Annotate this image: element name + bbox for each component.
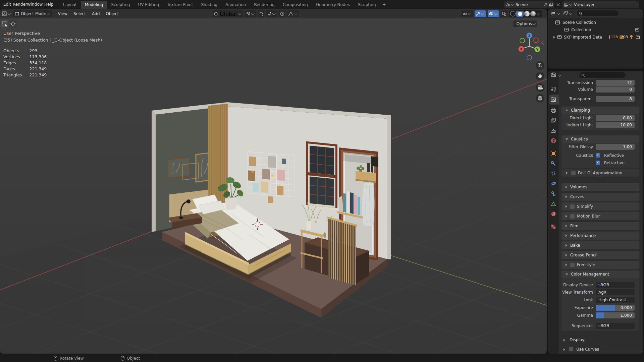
volume-input[interactable]: 0 xyxy=(596,86,635,93)
material-preview-button[interactable] xyxy=(524,11,530,16)
refractive-checkbox[interactable] xyxy=(596,161,600,165)
transparent-input[interactable]: 8 xyxy=(596,96,635,102)
panel-grease-pencil[interactable]: Grease Pencil xyxy=(561,251,639,259)
panel-motion-blur[interactable]: Motion Blur xyxy=(561,212,639,220)
panel-use-curves[interactable]: Use Curves xyxy=(559,346,643,353)
tool-select-box-button[interactable] xyxy=(1,20,8,27)
room-model[interactable] xyxy=(152,102,391,318)
panel-fast-gi-header[interactable]: Fast GI Approximation xyxy=(561,169,639,177)
indirect-light-input[interactable]: 10.00 xyxy=(596,122,635,128)
outliner-search-input[interactable] xyxy=(577,10,619,17)
panel-caustics-header[interactable]: Caustics xyxy=(561,135,639,143)
panel-bake[interactable]: Bake xyxy=(561,241,639,249)
tab-object-data-icon[interactable] xyxy=(550,201,556,207)
menu-window[interactable]: Window xyxy=(25,0,44,9)
tab-modeling[interactable]: Modeling xyxy=(81,1,107,9)
menu-edit[interactable]: Edit xyxy=(2,0,12,9)
panel-volumes[interactable]: Volumes xyxy=(561,183,639,191)
show-gizmo-toggle[interactable] xyxy=(475,10,486,17)
panel-performance[interactable]: Performance xyxy=(561,232,639,240)
axis-neg-z-handle[interactable] xyxy=(527,55,532,60)
snap-toggle[interactable] xyxy=(258,10,264,17)
tool-cursor-button[interactable] xyxy=(9,20,17,27)
wireframe-shading-button[interactable] xyxy=(510,11,516,16)
tab-modifiers-icon[interactable] xyxy=(550,161,556,167)
direct-light-input[interactable]: 0.00 xyxy=(596,115,635,121)
display-device-dropdown[interactable]: sRGB xyxy=(596,282,635,288)
fast-gi-checkbox[interactable] xyxy=(571,171,576,175)
properties-editor-icon[interactable] xyxy=(551,72,557,77)
tab-shading[interactable]: Shading xyxy=(197,1,221,9)
tab-texture-icon[interactable] xyxy=(550,224,556,230)
use-curves-checkbox[interactable] xyxy=(569,347,573,351)
sequencer-dropdown[interactable]: sRGB xyxy=(596,323,635,329)
navigation-gizmo[interactable]: Z X Y xyxy=(517,32,543,63)
outliner-row-scene-collection[interactable]: Scene Collection xyxy=(548,19,643,26)
outliner-filter-icon[interactable] xyxy=(563,11,569,16)
panel-simplify[interactable]: Simplify xyxy=(561,202,639,210)
visibility-dropdown[interactable] xyxy=(461,10,473,17)
simplify-checkbox[interactable] xyxy=(570,204,575,209)
tab-compositing[interactable]: Compositing xyxy=(279,1,312,9)
axis-neg-y-handle[interactable] xyxy=(520,38,525,43)
tab-world-icon[interactable] xyxy=(550,138,556,144)
panel-clamping-header[interactable]: Clamping xyxy=(561,107,639,114)
tab-view-layer-icon[interactable] xyxy=(550,117,556,123)
tab-uv-editing[interactable]: UV Editing xyxy=(134,1,163,9)
freestyle-checkbox[interactable] xyxy=(570,263,575,267)
outliner-row-skp-imported-data[interactable]: SKP Imported Data 128 293 xyxy=(548,34,643,41)
view-transform-dropdown[interactable]: AgX xyxy=(596,289,635,295)
scene-selector[interactable]: Scene xyxy=(504,1,555,8)
transmission-input[interactable]: 12 xyxy=(596,80,635,86)
tab-rendering[interactable]: Rendering xyxy=(250,1,278,9)
tab-constraints-icon[interactable] xyxy=(550,191,556,197)
orientation-dropdown[interactable]: Global xyxy=(213,10,243,17)
viewport-3d[interactable]: Object Mode View Select Add Object Globa… xyxy=(0,9,547,354)
exposure-slider[interactable]: 0.000 xyxy=(596,305,635,311)
filter-glossy-input[interactable]: 1.00 xyxy=(596,144,635,150)
menu-help[interactable]: Help xyxy=(43,0,55,9)
solid-shading-button[interactable] xyxy=(516,11,524,17)
tab-geometry-nodes[interactable]: Geometry Nodes xyxy=(312,1,354,9)
show-overlays-toggle[interactable] xyxy=(488,10,499,17)
menu-view[interactable]: View xyxy=(55,11,70,16)
panel-display[interactable]: Display xyxy=(559,337,643,343)
tab-layout[interactable]: Layout xyxy=(59,1,81,9)
menu-object[interactable]: Object xyxy=(103,11,122,16)
options-dropdown[interactable]: Options xyxy=(513,20,537,27)
tab-scripting[interactable]: Scripting xyxy=(354,1,380,9)
falloff-dropdown[interactable] xyxy=(287,10,299,17)
xray-toggle[interactable] xyxy=(501,10,507,17)
panel-freestyle[interactable]: Freestyle xyxy=(561,261,639,269)
view-layer-selector[interactable]: ViewLayer xyxy=(562,1,639,8)
snap-target-dropdown[interactable] xyxy=(266,10,277,17)
rendered-shading-button[interactable] xyxy=(530,11,536,16)
menu-select[interactable]: Select xyxy=(70,11,89,16)
unlink-scene-icon[interactable] xyxy=(556,3,560,7)
tab-sculpting[interactable]: Sculpting xyxy=(107,1,134,9)
axis-neg-x-handle[interactable] xyxy=(534,38,538,43)
new-scene-icon[interactable] xyxy=(549,3,553,7)
gamma-slider[interactable]: 1.000 xyxy=(596,312,635,318)
pan-button[interactable] xyxy=(536,72,544,80)
tab-tool-icon[interactable] xyxy=(550,86,556,92)
panel-color-management-header[interactable]: Color Management xyxy=(561,270,639,278)
pin-icon[interactable] xyxy=(543,3,547,7)
tab-render-icon[interactable] xyxy=(550,97,556,103)
menu-add[interactable]: Add xyxy=(89,11,103,16)
mode-dropdown[interactable]: Object Mode xyxy=(13,10,52,17)
motion-blur-checkbox[interactable] xyxy=(570,214,575,219)
tab-scene-icon[interactable] xyxy=(550,128,556,134)
panel-film[interactable]: Film xyxy=(561,222,639,230)
proportional-editing-toggle[interactable] xyxy=(279,10,285,17)
tab-animation[interactable]: Animation xyxy=(221,1,250,9)
reflective-checkbox[interactable] xyxy=(596,153,600,158)
look-dropdown[interactable]: High Contrast xyxy=(596,297,635,303)
pivot-dropdown[interactable] xyxy=(245,10,256,17)
panel-curves[interactable]: Curves xyxy=(561,193,639,201)
add-workspace-button[interactable]: + xyxy=(380,1,389,9)
editor-type-icon[interactable] xyxy=(2,11,7,16)
camera-view-button[interactable] xyxy=(536,83,544,92)
tab-physics-icon[interactable] xyxy=(550,181,556,187)
toggle-orthographic-button[interactable] xyxy=(536,94,544,103)
